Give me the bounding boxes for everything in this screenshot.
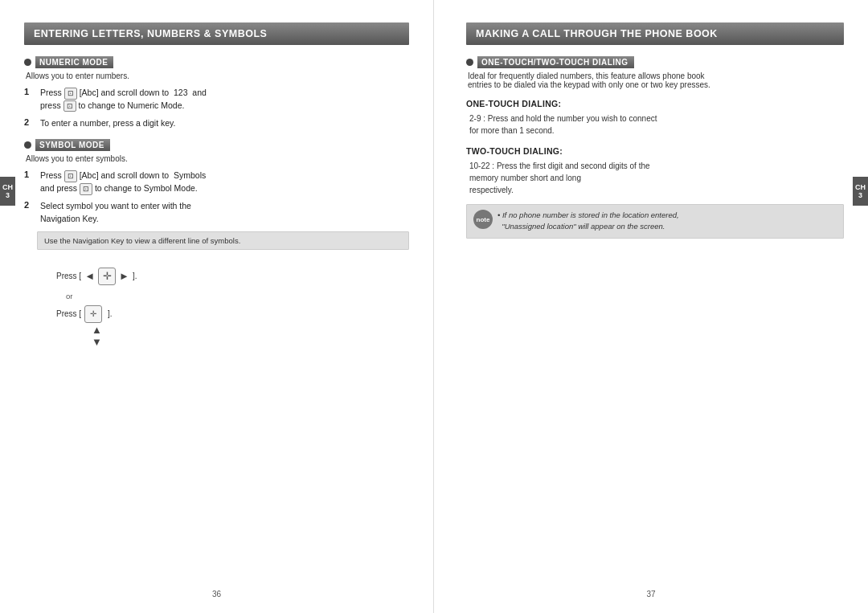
symbol-mode-dot [24,141,31,149]
one-touch-subtitle: Ideal for frequently dialed numbers, thi… [468,72,844,89]
symbol-mode-label: Symbol Mode [24,139,409,151]
nav-or-row: or [59,288,409,304]
left-arrow-icon: ◄ [84,266,95,287]
key-change-1: ⊡ [63,100,76,112]
numeric-step-1: 1 Press ⊡ [Abc] and scroll down to 123 a… [24,87,409,112]
symbol-mode-subtitle: Allows you to enter symbols. [26,154,409,163]
numeric-mode-dot [24,59,31,66]
left-header: Entering Letters, Numbers & Symbols [24,22,409,45]
key-abc-2: ⊡ [64,170,77,182]
note-icon: note [473,210,493,229]
one-touch-mode-title: One-Touch/Two-Touch Dialing [477,56,634,68]
one-touch-dot [466,59,473,66]
nav-row-2: Press [ ✛ ]. [56,305,409,323]
nav-row-1: Press [ ◄ ✛ ► ]. [56,266,409,287]
nav-diagram: Press [ ◄ ✛ ► ]. or Press [ ✛ ]. ▲ ▼ [56,266,409,348]
numeric-mode-subtitle: Allows you to enter numbers. [26,72,409,80]
right-header: Making a Call Through the Phone Book [466,22,844,45]
symbol-mode-title: Symbol Mode [35,139,110,151]
right-arrow-icon: ► [119,266,129,287]
symbol-note-box: Use the Navigation Key to view a differe… [37,231,409,250]
symbol-step-2: 2 Select symbol you want to enter with t… [24,200,409,226]
key-abc-1: ⊡ [64,88,77,100]
left-page-number: 36 [212,590,221,599]
right-side-tab: CH 3 [853,177,868,206]
one-touch-title: One-Touch Dialing: [466,99,844,108]
right-page: Making a Call Through the Phone Book One… [434,0,868,613]
nav-center-icon-1: ✛ [98,268,116,285]
left-side-tab: CH 3 [0,177,15,206]
two-touch-title: Two-Touch Dialing: [466,146,844,156]
nav-arrows-vertical: ▲ ▼ [82,325,409,348]
numeric-step-2: 2 To enter a number, press a digit key. [24,117,409,130]
symbol-step-1: 1 Press ⊡ [Abc] and scroll down to Symbo… [24,170,409,195]
note-text: • If no phone number is stored in the lo… [497,210,679,233]
one-touch-text: 2-9 : Press and hold the number you wish… [469,112,844,137]
left-page: Entering Letters, Numbers & Symbols Nume… [0,0,434,613]
numeric-mode-label: Numeric Mode [24,56,409,68]
one-touch-mode-label: One-Touch/Two-Touch Dialing [466,56,844,68]
nav-center-icon-2: ✛ [84,305,102,323]
right-note-box: note • If no phone number is stored in t… [466,204,844,239]
two-touch-text: 10-22 : Press the first digit and second… [469,160,844,196]
key-change-2: ⊡ [80,183,92,195]
right-page-number: 37 [646,590,655,599]
numeric-mode-title: Numeric Mode [35,56,113,68]
